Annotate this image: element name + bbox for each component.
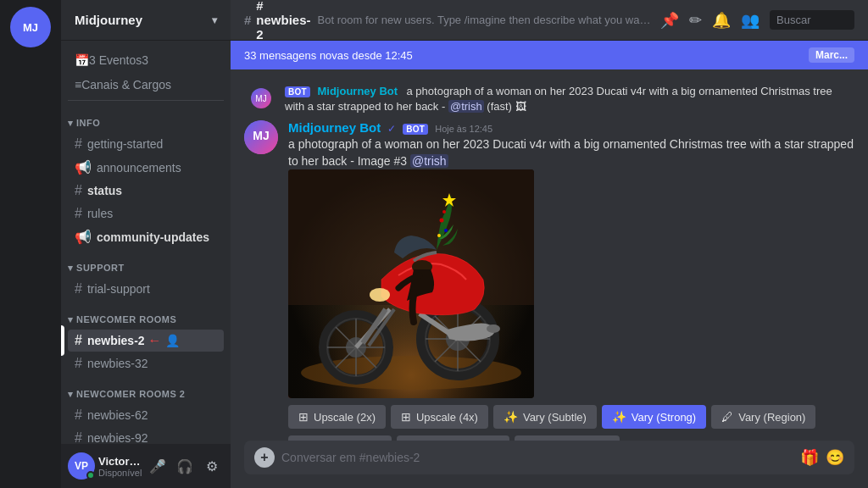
- microphone-button[interactable]: 🎤: [146, 454, 170, 478]
- category-support[interactable]: ▾ SUPPORT: [61, 249, 231, 277]
- channel-community-updates[interactable]: 📢 community-updates: [68, 225, 224, 248]
- header-icons: 📌 ✏ 🔔 👥 Buscar: [660, 10, 854, 30]
- server-sidebar: MJ: [0, 0, 61, 488]
- list-icon: ≡: [75, 78, 81, 92]
- channel-newbies-92[interactable]: # newbies-92: [68, 427, 224, 444]
- add-attachment-button[interactable]: +: [254, 447, 275, 468]
- category-newcomer-rooms[interactable]: ▾ NEWCOMER ROOMS: [61, 301, 231, 329]
- message-input-box: + 🎁 😊: [244, 441, 854, 474]
- message-input[interactable]: [281, 441, 793, 474]
- hash-icon: #: [244, 13, 251, 27]
- channel-label: newbies-92: [87, 431, 148, 444]
- emoji-icon[interactable]: 😊: [826, 448, 844, 467]
- svg-point-30: [437, 234, 441, 237]
- red-arrow-icon: ←: [148, 333, 162, 348]
- user-status-dot: [86, 471, 95, 480]
- jump-button[interactable]: Marc...: [809, 47, 854, 63]
- members-icon[interactable]: 👥: [741, 11, 760, 30]
- msg-header: Midjourney Bot ✓ BOT Hoje às 12:45: [288, 120, 854, 135]
- hash-icon: #: [75, 206, 82, 221]
- sparkle-icon: ✨: [504, 410, 518, 424]
- hash-icon: #: [75, 430, 82, 444]
- svg-point-28: [440, 219, 444, 223]
- settings-button[interactable]: ⚙: [200, 454, 224, 478]
- msg-text: a photograph of a woman on her 2023 Duca…: [288, 136, 854, 169]
- upscale-4x-button[interactable]: ⊞ Upscale (4x): [391, 405, 488, 429]
- input-icons: 🎁 😊: [800, 448, 844, 467]
- upscale-4x-label: Upscale (4x): [416, 411, 478, 424]
- vary-region-button[interactable]: 🖊 Vary (Region): [711, 405, 815, 429]
- channel-newbies-32[interactable]: # newbies-32: [68, 352, 224, 374]
- channel-label: newbies-62: [87, 408, 148, 422]
- user-status: Disponível: [98, 468, 142, 478]
- gift-icon[interactable]: 🎁: [800, 448, 819, 467]
- chat-area: # # newbies-2 Bot room for new users. Ty…: [231, 0, 868, 488]
- upscale-icon: ⊞: [298, 410, 309, 424]
- hash-icon: #: [75, 408, 82, 423]
- edit-icon[interactable]: ✏: [689, 11, 702, 30]
- headset-button[interactable]: 🎧: [173, 454, 197, 478]
- channel-list: 📅 3 Eventos 3 ≡ Canais & Cargos ▾ INFO #…: [61, 41, 231, 444]
- msg-time: Hoje às 12:45: [435, 124, 492, 134]
- channel-rules[interactable]: # rules: [68, 202, 224, 225]
- category-newcomer-rooms-2[interactable]: ▾ NEWCOMER ROOMS 2: [61, 375, 231, 403]
- vary-region-label: Vary (Region): [738, 411, 805, 424]
- search-box[interactable]: Buscar: [770, 10, 854, 30]
- hash-icon: #: [75, 281, 82, 297]
- bot-badge-main: BOT: [403, 124, 428, 135]
- hash-icon: #: [75, 356, 82, 371]
- megaphone-icon: 📢: [75, 159, 92, 175]
- channel-label: getting-started: [87, 137, 164, 151]
- add-member-icon[interactable]: 👤: [165, 334, 180, 347]
- user-name: Victor Pac...: [98, 455, 142, 468]
- active-channel-indicator: [61, 325, 64, 356]
- bot-author-compact: Midjourney Bot: [317, 85, 398, 97]
- vary-subtle-button[interactable]: ✨ Vary (Subtle): [493, 405, 597, 429]
- events-item[interactable]: 📅 3 Eventos 3: [68, 48, 224, 72]
- alert-icon[interactable]: 🔔: [712, 11, 731, 30]
- new-messages-banner: 33 mensagens novas desde 12:45 Marc...: [231, 41, 868, 69]
- chevron-down-icon: ▾: [212, 14, 217, 26]
- brush-icon: 🖊: [721, 410, 733, 424]
- channel-getting-started[interactable]: # getting-started: [68, 133, 224, 155]
- upscale-2x-button[interactable]: ⊞ Upscale (2x): [288, 405, 386, 429]
- messages-area: MJ BOT Midjourney Bot a photograph of a …: [231, 69, 868, 441]
- verified-icon: ✓: [387, 123, 396, 135]
- calendar-icon: 📅: [75, 53, 89, 67]
- channel-newbies-2[interactable]: # newbies-2 ← 👤: [68, 330, 224, 352]
- channel-status[interactable]: # status: [68, 180, 224, 202]
- at-mention: @trish: [448, 100, 484, 113]
- bot-badge: BOT: [285, 86, 310, 97]
- server-header[interactable]: Midjourney ▾: [61, 0, 231, 41]
- channels-cargos-label: Canais & Cargos: [81, 78, 171, 92]
- server-icon-midjourney[interactable]: MJ: [10, 7, 51, 47]
- channels-cargos-item[interactable]: ≡ Canais & Cargos: [68, 73, 224, 97]
- server-name: Midjourney: [75, 13, 142, 27]
- channel-header-name: # # newbies-2: [244, 0, 311, 42]
- channel-trial-support[interactable]: # trial-support: [68, 278, 224, 300]
- pin-icon[interactable]: 📌: [660, 11, 679, 30]
- msg-author[interactable]: Midjourney Bot: [288, 120, 381, 135]
- motorcycle-image: [288, 169, 534, 398]
- channel-label: announcements: [97, 161, 181, 175]
- action-buttons-row1: ⊞ Upscale (2x) ⊞ Upscale (4x) ✨ Vary (Su…: [288, 405, 854, 429]
- hash-icon: #: [75, 333, 82, 348]
- channel-label: status: [87, 184, 122, 197]
- at-trish: @trish: [410, 154, 448, 168]
- hash-icon: #: [75, 136, 82, 152]
- msg-content-main: Midjourney Bot ✓ BOT Hoje às 12:45 a pho…: [288, 120, 854, 441]
- channel-announcements[interactable]: 📢 announcements: [68, 156, 224, 179]
- message-row-compact: MJ BOT Midjourney Bot a photograph of a …: [244, 83, 854, 114]
- sparkle-icon: ✨: [612, 410, 626, 424]
- megaphone-icon: 📢: [75, 229, 92, 245]
- user-name-area: Victor Pac... Disponível: [98, 455, 142, 478]
- upscale-2x-label: Upscale (2x): [314, 411, 376, 424]
- vary-strong-label: Vary (Strong): [632, 411, 696, 424]
- channel-label: rules: [87, 207, 113, 220]
- category-info[interactable]: ▾ INFO: [61, 104, 231, 132]
- vary-strong-button[interactable]: ✨ Vary (Strong): [602, 405, 706, 429]
- upscale-icon: ⊞: [401, 410, 411, 424]
- svg-point-31: [442, 210, 446, 214]
- channel-newbies-62[interactable]: # newbies-62: [68, 404, 224, 426]
- svg-point-25: [370, 288, 390, 302]
